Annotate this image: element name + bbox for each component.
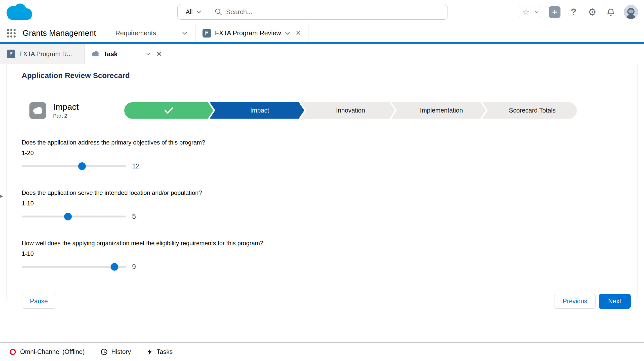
- setup-button[interactable]: ⚙: [587, 7, 598, 18]
- slider-thumb[interactable]: [78, 162, 86, 170]
- tab-requirements: Requirements: [109, 24, 195, 42]
- question-2: Does the application serve the intended …: [22, 189, 622, 221]
- score-slider[interactable]: [22, 162, 126, 170]
- flag-icon: [9, 51, 14, 56]
- slider-value: 9: [132, 263, 136, 271]
- global-actions-button[interactable]: +: [549, 6, 560, 18]
- app-name: Grants Management: [23, 24, 109, 42]
- favorites-dropdown[interactable]: [532, 6, 541, 18]
- bell-icon: [606, 8, 615, 17]
- chevron-down-icon: [146, 53, 151, 55]
- path-stage-complete[interactable]: [124, 102, 213, 119]
- favorites-control: ☆: [519, 6, 541, 18]
- utility-history[interactable]: History: [100, 348, 131, 356]
- slider-thumb[interactable]: [111, 263, 118, 271]
- utility-label: History: [111, 348, 131, 355]
- chevron-down-icon[interactable]: [285, 32, 290, 35]
- utility-label: Omni-Channel (Offline): [20, 348, 85, 355]
- salesforce-cloud-icon: [4, 3, 34, 22]
- path-stage-impact[interactable]: Impact: [210, 102, 304, 119]
- slider-value: 5: [132, 213, 136, 221]
- search-input[interactable]: [226, 8, 448, 16]
- salesforce-logo[interactable]: [4, 2, 34, 22]
- question-3: How well does the applying organization …: [22, 240, 622, 271]
- waffle-icon: [6, 28, 16, 38]
- task-cloud-icon: [91, 51, 100, 57]
- question-text: How well does the applying organization …: [22, 240, 622, 247]
- user-avatar[interactable]: [624, 5, 638, 19]
- tab-fxta-program-review[interactable]: FXTA Program Review ✕: [195, 24, 308, 42]
- subtab-fxta-program-review[interactable]: FXTA Program R...: [0, 44, 85, 64]
- subtab-close-icon[interactable]: ✕: [155, 50, 163, 58]
- scorecard-section-header: Impact Part 2 Impact Innovation: [7, 87, 637, 119]
- stage-label: Scorecard Totals: [509, 107, 556, 114]
- omni-status-icon: [9, 348, 17, 356]
- score-slider[interactable]: [22, 212, 126, 221]
- salesforce-app: All ☆: [0, 0, 644, 361]
- pause-button[interactable]: Pause: [22, 294, 56, 309]
- stage-label: Implementation: [420, 107, 463, 114]
- chevron-down-icon: [535, 11, 539, 13]
- questions-list: Does the application address the primary…: [7, 119, 637, 271]
- path-stage-innovation[interactable]: Innovation: [300, 102, 395, 119]
- slider-value: 12: [132, 162, 140, 170]
- search-icon: [215, 8, 222, 16]
- subtab-fxta-label: FXTA Program R...: [19, 50, 72, 58]
- search-scope-label: All: [186, 8, 193, 16]
- path-stage-implementation[interactable]: Implementation: [391, 102, 486, 119]
- main-content: Application Review Scorecard Impact Part…: [0, 64, 644, 300]
- check-icon: [165, 107, 173, 114]
- favorites-star-icon[interactable]: ☆: [519, 6, 532, 18]
- score-slider[interactable]: [22, 263, 126, 271]
- tab-fxta-label[interactable]: FXTA Program Review: [215, 29, 281, 37]
- split-view-toggle[interactable]: ▸: [0, 189, 6, 202]
- slider-row: 5: [22, 212, 622, 221]
- utility-tasks[interactable]: Tasks: [146, 348, 173, 356]
- app-launcher-button[interactable]: [0, 24, 23, 42]
- avatar-icon: [624, 5, 638, 19]
- section-titles: Impact Part 2: [53, 102, 124, 119]
- slider-thumb[interactable]: [64, 213, 72, 220]
- stage-label: Impact: [250, 107, 269, 114]
- tab-close-icon[interactable]: ✕: [294, 29, 303, 37]
- chevron-right-icon: ▸: [0, 192, 3, 199]
- global-header: All ☆: [0, 0, 644, 24]
- section-title: Impact: [53, 102, 124, 112]
- impact-section-icon: [29, 102, 46, 119]
- card-header: Application Review Scorecard: [7, 64, 637, 87]
- subtab-task-dropdown[interactable]: [146, 53, 151, 55]
- utility-label: Tasks: [156, 348, 173, 355]
- notifications-button[interactable]: [605, 7, 616, 18]
- scorecard-card: Application Review Scorecard Impact Part…: [7, 64, 637, 300]
- help-icon: ?: [571, 7, 576, 17]
- progress-path: Impact Innovation Implementation Scoreca…: [124, 102, 577, 119]
- question-1: Does the application address the primary…: [22, 139, 622, 170]
- navigation-bar: Grants Management Requirements FXTA Prog…: [0, 24, 644, 44]
- stage-label: Innovation: [336, 107, 365, 114]
- slider-track[interactable]: [22, 165, 126, 167]
- path-stage-scorecard-totals[interactable]: Scorecard Totals: [482, 102, 577, 119]
- program-review-object-icon: [203, 29, 211, 38]
- history-clock-icon: [100, 348, 108, 356]
- slider-track[interactable]: [22, 216, 126, 218]
- chevron-down-icon: [182, 32, 187, 35]
- header-actions: ☆ + ? ⚙: [519, 0, 638, 24]
- chevron-down-icon: [196, 10, 201, 13]
- question-text: Does the application address the primary…: [22, 139, 622, 146]
- search-scope-dropdown[interactable]: All: [178, 4, 208, 19]
- global-search: All: [177, 4, 448, 20]
- slider-track[interactable]: [22, 266, 126, 268]
- section-subtitle: Part 2: [53, 113, 124, 119]
- tab-requirements-dropdown[interactable]: [174, 24, 195, 42]
- slider-row: 9: [22, 263, 622, 271]
- utility-omni-channel[interactable]: Omni-Channel (Offline): [9, 348, 85, 356]
- subtab-task[interactable]: Task ✕: [85, 44, 170, 64]
- question-range: 1-10: [22, 250, 622, 257]
- cloud-icon: [32, 106, 43, 115]
- previous-button[interactable]: Previous: [554, 294, 596, 309]
- subtab-task-label: Task: [104, 50, 117, 58]
- tab-requirements-label[interactable]: Requirements: [109, 24, 174, 42]
- slider-row: 12: [22, 162, 622, 170]
- help-button[interactable]: ?: [568, 7, 579, 18]
- next-button[interactable]: Next: [599, 294, 631, 309]
